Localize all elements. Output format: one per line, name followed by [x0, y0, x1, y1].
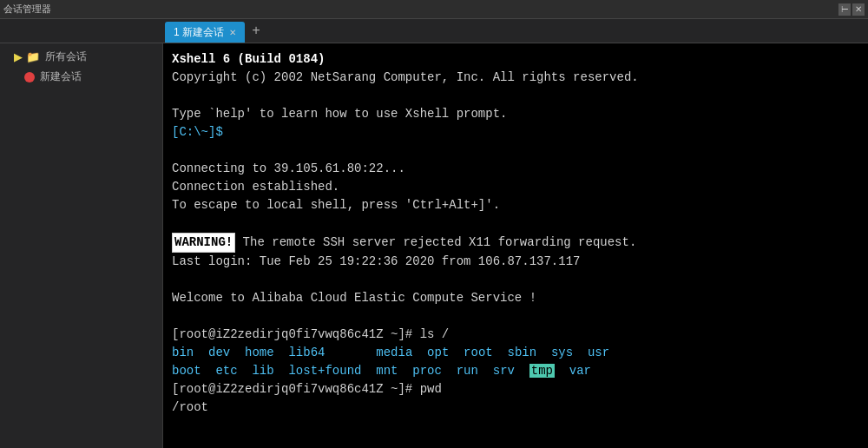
dir-usr: usr: [588, 346, 609, 359]
xshell-version: Xshell 6 (Build 0184): [172, 52, 325, 66]
prompt-1: [C:\~]$: [172, 125, 223, 139]
help-line: Type `help' to learn how to use Xshell p…: [172, 107, 507, 121]
copyright-line: Copyright (c) 2002 NetSarang Computer, I…: [172, 70, 639, 84]
dir-run: run: [457, 364, 493, 378]
dir-proc: proc: [412, 364, 456, 378]
dir-boot: boot: [172, 364, 215, 378]
connection-established: Connection established.: [172, 180, 339, 194]
sidebar-item-new-session[interactable]: 新建会话: [0, 67, 162, 87]
pwd-result: /root: [172, 400, 208, 414]
dir-mnt: mnt: [376, 364, 412, 378]
tab-add-button[interactable]: +: [247, 22, 266, 41]
title-bar-buttons: ⊢ ✕: [838, 3, 865, 16]
terminal-area[interactable]: Xshell 6 (Build 0184) Copyright (c) 2002…: [163, 43, 868, 448]
dir-root: root: [464, 346, 507, 359]
dir-lib64: lib64: [288, 346, 376, 359]
dir-opt: opt: [427, 346, 464, 359]
dir-lost-found: lost+found: [288, 364, 376, 378]
tab-label: 1 新建会话: [174, 25, 224, 40]
folder-icon: ▶ 📁: [14, 50, 40, 63]
dir-etc: etc: [215, 364, 252, 378]
terminal-content: Xshell 6 (Build 0184) Copyright (c) 2002…: [172, 50, 859, 417]
prompt-ls: [root@iZ2zedirjq0fi7vwq86c41Z ~]# ls /: [172, 327, 449, 341]
tab-session-1[interactable]: 1 新建会话 ✕: [165, 22, 245, 43]
dir-home: home: [245, 346, 288, 359]
dir-tmp: tmp: [529, 364, 555, 378]
dir-var: var: [569, 364, 591, 378]
last-login: Last login: Tue Feb 25 19:22:36 2020 fro…: [172, 254, 580, 268]
title-bar: 会话管理器 ⊢ ✕: [0, 0, 868, 19]
sidebar-item-all-sessions[interactable]: ▶ 📁 所有会话: [0, 47, 162, 67]
sidebar-all-sessions-label: 所有会话: [45, 49, 87, 64]
dir-bin: bin: [172, 346, 208, 359]
warning-msg: The remote SSH server rejected X11 forwa…: [235, 235, 636, 249]
dir-dev: dev: [208, 346, 245, 359]
warning-label: WARNING!: [172, 233, 235, 253]
dir-srv: srv: [493, 364, 529, 378]
tab-bar: 1 新建会话 ✕ +: [0, 19, 868, 43]
welcome-line: Welcome to Alibaba Cloud Elastic Compute…: [172, 291, 536, 305]
tab-close-icon[interactable]: ✕: [229, 28, 236, 37]
session-icon: [24, 72, 35, 82]
dir-sys: sys: [551, 346, 588, 359]
prompt-pwd: [root@iZ2zedirjq0fi7vwq86c41Z ~]# pwd: [172, 382, 442, 396]
escape-line: To escape to local shell, press 'Ctrl+Al…: [172, 198, 500, 212]
sidebar: ▶ 📁 所有会话 新建会话: [0, 43, 163, 448]
sidebar-new-session-label: 新建会话: [40, 69, 82, 84]
dir-lib: lib: [252, 364, 288, 378]
close-window-button[interactable]: ✕: [852, 3, 865, 16]
connecting-line: Connecting to 39.105.61.80:22...: [172, 161, 405, 175]
main-area: ▶ 📁 所有会话 新建会话 Xshell 6 (Build 0184) Copy…: [0, 43, 868, 448]
pin-button[interactable]: ⊢: [838, 3, 851, 16]
dir-media: media: [376, 346, 427, 359]
dir-sbin: sbin: [508, 346, 551, 359]
title-bar-text: 会话管理器: [3, 3, 838, 16]
